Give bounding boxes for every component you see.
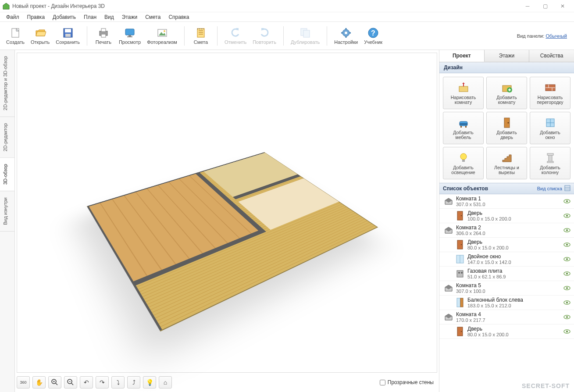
- visibility-toggle-icon[interactable]: [563, 329, 570, 334]
- tb-create[interactable]: Создать: [4, 23, 27, 49]
- design-card-add-lighting[interactable]: Добавитьосвещение: [443, 147, 484, 179]
- menu-file[interactable]: Файл: [3, 13, 23, 21]
- minimize-button[interactable]: ─: [519, 0, 536, 12]
- btn-pan[interactable]: ✋: [32, 376, 46, 388]
- menu-add[interactable]: Добавить: [49, 13, 79, 21]
- visibility-toggle-icon[interactable]: [563, 271, 570, 276]
- panel-view-link[interactable]: Обычный: [545, 33, 567, 39]
- svg-rect-56: [465, 126, 467, 128]
- svg-line-40: [71, 383, 73, 385]
- watermark: SECRET-SOFT: [522, 382, 570, 389]
- close-button[interactable]: ✕: [554, 0, 571, 12]
- design-card-add-window[interactable]: Добавитьокно: [530, 112, 570, 144]
- btn-home-view[interactable]: ⌂: [159, 376, 172, 388]
- vtab-2d[interactable]: 2D-редактор: [0, 117, 14, 158]
- menu-view[interactable]: Вид: [101, 13, 118, 21]
- design-card-draw-partition[interactable]: Нарисоватьперегородку: [530, 77, 570, 109]
- tb-settings[interactable]: Настройки: [332, 23, 360, 49]
- design-card-add-door[interactable]: Добавитьдверь: [486, 112, 527, 144]
- svg-rect-99: [457, 298, 460, 307]
- object-dims: 147.0 x 15.0 x 142.0: [467, 260, 563, 265]
- design-card-add-column[interactable]: Добавитьколонну: [530, 147, 570, 179]
- transparent-walls-checkbox[interactable]: [380, 380, 385, 385]
- tb-estimate[interactable]: Смета: [189, 23, 213, 49]
- rtab-props[interactable]: Свойства: [529, 50, 574, 62]
- object-row[interactable]: Газовая плита51.0 x 62.1 x 86.9: [439, 267, 574, 281]
- tb-redo[interactable]: Повторить: [250, 23, 279, 49]
- btn-zoom-in[interactable]: [48, 376, 61, 388]
- vtab-2d-3d[interactable]: 2D-редактор и 3D-обзор: [0, 50, 14, 117]
- btn-tilt-down[interactable]: ⤵: [111, 376, 125, 388]
- visibility-toggle-icon[interactable]: [563, 300, 570, 305]
- tb-open[interactable]: Открыть: [28, 23, 52, 49]
- visibility-toggle-icon[interactable]: [563, 242, 570, 247]
- draw-partition-icon: [544, 82, 557, 94]
- visibility-toggle-icon[interactable]: [563, 199, 570, 203]
- help-icon: ?: [367, 27, 379, 39]
- design-card-add-furniture[interactable]: Добавитьмебель: [443, 112, 484, 144]
- svg-rect-15: [197, 29, 204, 37]
- window-icon: [455, 254, 465, 264]
- visibility-toggle-icon[interactable]: [563, 214, 570, 218]
- vtab-3d[interactable]: 3D-обзор: [0, 158, 14, 191]
- visibility-toggle-icon[interactable]: [563, 228, 570, 232]
- design-card-label: Добавитьдверь: [496, 130, 517, 140]
- rtab-project[interactable]: Проект: [439, 50, 485, 62]
- object-row[interactable]: Комната 4170.0 x 217.7: [439, 310, 574, 324]
- menu-plan[interactable]: План: [80, 13, 100, 21]
- visibility-toggle-icon[interactable]: [563, 315, 570, 319]
- visibility-toggle-icon[interactable]: [563, 286, 570, 290]
- object-row[interactable]: Двойное окно147.0 x 15.0 x 142.0: [439, 252, 574, 267]
- tb-save[interactable]: Сохранить: [53, 23, 82, 49]
- svg-rect-10: [128, 35, 131, 36]
- tb-photoreal[interactable]: Фотореализм: [144, 23, 180, 49]
- btn-rotate-left[interactable]: ↶: [80, 376, 93, 388]
- door-icon: [455, 240, 465, 249]
- duplicate-icon: [299, 27, 311, 39]
- room-icon: [444, 225, 453, 235]
- tb-undo[interactable]: Отменить: [222, 23, 249, 49]
- svg-rect-5: [65, 34, 71, 37]
- 3d-viewport[interactable]: [17, 53, 437, 373]
- svg-marker-0: [3, 3, 9, 9]
- btn-zoom-out[interactable]: [64, 376, 77, 388]
- tb-print[interactable]: Печать: [92, 23, 115, 49]
- btn-rotate-right[interactable]: ↷: [96, 376, 109, 388]
- btn-light[interactable]: 💡: [143, 376, 156, 388]
- svg-point-110: [566, 331, 568, 332]
- tb-tutorial[interactable]: ? Учебник: [361, 23, 385, 49]
- list-view-toggle-icon[interactable]: [564, 185, 570, 192]
- object-row[interactable]: Дверь80.0 x 15.0 x 200.0: [439, 324, 574, 339]
- design-card-stairs-cutouts[interactable]: Лестницы ивырезы: [486, 147, 527, 179]
- design-card-add-room[interactable]: Добавитькомнату: [486, 77, 527, 109]
- object-row[interactable]: Балконный блок слева183.0 x 15.0 x 212.0: [439, 296, 574, 310]
- vtab-inside[interactable]: Вид изнутри: [0, 191, 14, 232]
- open-folder-icon: [34, 27, 46, 39]
- object-dims: 307.0 x 531.0: [456, 202, 563, 207]
- menu-floors[interactable]: Этажи: [118, 13, 141, 21]
- add-door-icon: [500, 117, 513, 129]
- menu-help[interactable]: Справка: [165, 13, 193, 21]
- rtab-floors[interactable]: Этажи: [485, 50, 530, 62]
- maximize-button[interactable]: ▢: [536, 0, 554, 12]
- object-row[interactable]: Комната 5307.0 x 100.0: [439, 281, 574, 296]
- btn-tilt-up[interactable]: ⤴: [127, 376, 140, 388]
- btn-360[interactable]: 360: [17, 376, 30, 388]
- menu-edit[interactable]: Правка: [24, 13, 49, 21]
- app-icon: [3, 3, 10, 10]
- menubar: Файл Правка Добавить План Вид Этажи Смет…: [0, 12, 574, 22]
- menu-estimate[interactable]: Смета: [142, 13, 164, 21]
- design-card-draw-room[interactable]: Нарисоватькомнату: [443, 77, 484, 109]
- object-row[interactable]: Дверь100.0 x 15.0 x 200.0: [439, 209, 574, 223]
- visibility-toggle-icon[interactable]: [563, 257, 570, 261]
- new-file-icon: [9, 27, 21, 39]
- monitor-icon: [124, 27, 136, 39]
- tb-preview[interactable]: Просмотр: [116, 23, 143, 49]
- tb-duplicate[interactable]: Дублировать: [288, 23, 322, 49]
- svg-point-81: [566, 229, 568, 231]
- svg-rect-7: [101, 29, 106, 32]
- object-row[interactable]: Дверь80.0 x 15.0 x 200.0: [439, 238, 574, 252]
- stove-icon: [455, 269, 465, 278]
- object-row[interactable]: Комната 1307.0 x 531.0: [439, 194, 574, 209]
- object-row[interactable]: Комната 2306.0 x 264.0: [439, 223, 574, 238]
